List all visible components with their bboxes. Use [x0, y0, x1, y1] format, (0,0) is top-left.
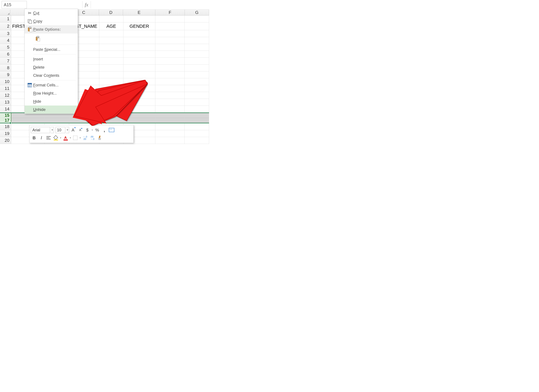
row-header[interactable]: 8	[0, 64, 11, 71]
cell[interactable]	[185, 30, 209, 37]
cell[interactable]	[99, 51, 124, 58]
cell[interactable]	[185, 44, 209, 51]
cell[interactable]	[185, 99, 209, 106]
menu-unhide[interactable]: Unhide	[25, 106, 78, 114]
row-header[interactable]: 2	[0, 22, 11, 30]
increase-decimal-button[interactable]: ←.0.00	[82, 135, 88, 141]
cell[interactable]	[185, 71, 209, 78]
cell[interactable]	[155, 37, 185, 44]
cell[interactable]	[185, 51, 209, 58]
cell[interactable]	[185, 130, 209, 137]
cell[interactable]	[185, 123, 209, 130]
fill-color-button[interactable]	[53, 135, 59, 141]
cell[interactable]	[155, 15, 185, 22]
cell[interactable]	[155, 51, 185, 58]
cell[interactable]	[99, 113, 124, 118]
row-header[interactable]: 5	[0, 44, 11, 51]
cell-e2[interactable]: GENDER	[124, 22, 155, 30]
cell[interactable]	[155, 92, 185, 99]
formula-bar-input[interactable]	[91, 0, 209, 7]
cell[interactable]	[124, 58, 155, 64]
row-header[interactable]: 3	[0, 30, 11, 37]
shrink-font-button[interactable]: A	[77, 127, 83, 133]
cell[interactable]	[99, 58, 124, 64]
cell[interactable]	[155, 58, 185, 64]
font-color-button[interactable]: A	[62, 135, 69, 141]
menu-row-height[interactable]: Row Height...	[25, 89, 78, 97]
menu-paste-options[interactable]: Paste Options:	[25, 25, 78, 34]
cell[interactable]	[124, 44, 155, 51]
borders-dropdown[interactable]	[79, 138, 81, 138]
row-header[interactable]: 19	[0, 130, 11, 137]
cell[interactable]	[124, 78, 155, 85]
borders-button[interactable]	[72, 135, 79, 141]
cell[interactable]	[185, 118, 209, 123]
format-painter-button[interactable]	[96, 135, 103, 141]
cell[interactable]	[155, 71, 185, 78]
cell[interactable]	[99, 30, 124, 37]
row-header[interactable]: 18	[0, 123, 11, 130]
cell[interactable]	[124, 15, 155, 22]
cell[interactable]	[99, 99, 124, 106]
cell[interactable]	[99, 37, 124, 44]
cell[interactable]	[155, 78, 185, 85]
cell[interactable]	[45, 118, 69, 123]
cell[interactable]	[155, 106, 185, 112]
cell[interactable]	[99, 118, 124, 123]
bold-button[interactable]: B	[31, 135, 37, 141]
cell[interactable]	[124, 113, 155, 118]
fill-color-dropdown[interactable]	[60, 138, 62, 138]
fill-handle[interactable]	[10, 122, 11, 124]
col-header-g[interactable]: G	[185, 10, 209, 15]
row-header[interactable]: 20	[0, 137, 11, 144]
cell[interactable]	[124, 30, 155, 37]
cell[interactable]	[185, 15, 209, 22]
percent-format-button[interactable]: %	[94, 127, 101, 133]
menu-delete[interactable]: Delete	[25, 63, 78, 71]
merge-center-button[interactable]	[108, 127, 115, 133]
cell[interactable]	[185, 106, 209, 112]
accounting-format-button[interactable]: $	[84, 127, 91, 133]
font-color-dropdown[interactable]	[69, 138, 71, 138]
cell[interactable]	[69, 118, 99, 123]
menu-copy[interactable]: Copy	[25, 17, 78, 25]
row-header-selected[interactable]: 17	[0, 118, 11, 123]
menu-clear-contents[interactable]: Clear Contents	[25, 71, 78, 80]
decrease-decimal-button[interactable]: .00→.0	[89, 135, 96, 141]
cell[interactable]	[185, 85, 209, 92]
cell[interactable]	[185, 22, 209, 30]
align-button[interactable]	[45, 135, 52, 141]
row-header[interactable]: 14	[0, 106, 11, 112]
menu-hide[interactable]: Hide	[25, 97, 78, 106]
cell[interactable]	[185, 64, 209, 71]
grow-font-button[interactable]: A	[70, 127, 76, 133]
cell[interactable]	[185, 78, 209, 85]
row-header[interactable]: 1	[0, 15, 11, 22]
cell[interactable]	[185, 137, 209, 144]
cell[interactable]	[11, 118, 45, 123]
cell[interactable]	[185, 113, 209, 118]
cell[interactable]	[124, 106, 155, 112]
font-size-dropdown[interactable]	[66, 127, 69, 133]
paste-default-button[interactable]	[34, 35, 42, 43]
row-header[interactable]: 7	[0, 58, 11, 64]
cell[interactable]	[155, 64, 185, 71]
col-header-f[interactable]: F	[155, 10, 185, 15]
menu-cut[interactable]: ✂ Cut	[25, 9, 78, 17]
cell[interactable]	[155, 22, 185, 30]
menu-paste-special[interactable]: Paste Special...	[25, 45, 78, 53]
cell[interactable]	[99, 92, 124, 99]
cell[interactable]	[99, 106, 124, 112]
comma-format-button[interactable]: ,	[101, 127, 108, 133]
cell[interactable]	[155, 44, 185, 51]
cell[interactable]	[124, 99, 155, 106]
cell[interactable]	[99, 64, 124, 71]
cell[interactable]	[124, 37, 155, 44]
row-header[interactable]: 10	[0, 78, 11, 85]
row-header[interactable]: 6	[0, 51, 11, 58]
row-header[interactable]: 4	[0, 37, 11, 44]
cell[interactable]	[124, 118, 155, 123]
row-header[interactable]: 12	[0, 92, 11, 99]
cell[interactable]	[185, 58, 209, 64]
cell[interactable]	[185, 92, 209, 99]
